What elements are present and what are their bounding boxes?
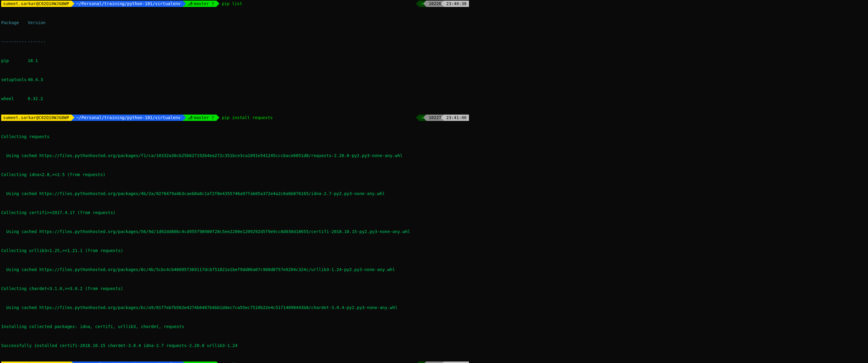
output-line: Using cached https://files.pythonhosted.… bbox=[1, 153, 469, 159]
terminal-window[interactable]: sumeet.sarkar@C02Q10WJG8WP ~/Personal/tr… bbox=[0, 0, 470, 363]
timestamp: 23:40:38 bbox=[444, 1, 469, 7]
output-line: Successfully installed certifi-2018.10.1… bbox=[1, 342, 469, 349]
column-header-package: Package bbox=[1, 20, 28, 26]
output-line: Using cached https://files.pythonhosted.… bbox=[1, 267, 469, 273]
path-segment: ~/Personal/training/python-101/virtualen… bbox=[71, 362, 183, 363]
timestamp: 23:42:13 bbox=[444, 362, 469, 363]
prompt-line: sumeet.sarkar@C02Q10WJG8WP ~/Personal/tr… bbox=[1, 115, 469, 121]
package-name: setuptools bbox=[1, 77, 28, 83]
output-line: Using cached https://files.pythonhosted.… bbox=[1, 190, 469, 197]
command-text: pip list bbox=[222, 362, 242, 363]
package-version: 18.1 bbox=[28, 58, 38, 64]
package-name: pip bbox=[1, 58, 28, 64]
divider: ---------- bbox=[1, 38, 28, 45]
git-branch-text: master ? bbox=[194, 362, 214, 363]
table-row: wheel0.32.2 bbox=[1, 96, 469, 102]
package-version: 0.32.2 bbox=[28, 96, 43, 102]
output-line: Using cached https://files.pythonhosted.… bbox=[1, 304, 469, 311]
right-status: ✓ 10226 23:40:38 bbox=[419, 1, 469, 7]
git-branch-icon: ⎇ bbox=[188, 1, 193, 7]
output-line: Collecting requests bbox=[1, 133, 469, 140]
path-segment: ~/Personal/training/python-101/virtualen… bbox=[71, 115, 183, 121]
output-line: Collecting chardet<3.1.0,>=3.0.2 (from r… bbox=[1, 285, 469, 292]
command-text: pip install requests bbox=[222, 115, 273, 121]
table-row: setuptools40.4.3 bbox=[1, 77, 469, 83]
output-line: Collecting certifi>=2017.4.17 (from requ… bbox=[1, 210, 469, 216]
package-name: wheel bbox=[1, 96, 28, 102]
table-row: pip18.1 bbox=[1, 58, 469, 64]
prompt-line: sumeet.sarkar@C02Q10WJG8WP ~/Personal/tr… bbox=[1, 362, 469, 363]
git-segment: ⎇master ? bbox=[183, 1, 216, 7]
pip-list-output: PackageVersion ----------------- pip18.1… bbox=[1, 7, 469, 115]
git-branch-icon: ⎇ bbox=[188, 362, 193, 363]
pip-install-output: Collecting requests Using cached https:/… bbox=[1, 121, 469, 362]
user-host-segment: sumeet.sarkar@C02Q10WJG8WP bbox=[1, 1, 71, 7]
right-status: ✓ 10227 23:41:00 bbox=[419, 115, 469, 121]
user-host-segment: sumeet.sarkar@C02Q10WJG8WP bbox=[1, 115, 71, 121]
column-header-version: Version bbox=[28, 20, 45, 26]
timestamp: 23:41:00 bbox=[444, 115, 469, 121]
output-line: Installing collected packages: idna, cer… bbox=[1, 324, 469, 330]
command-text: pip list bbox=[222, 1, 242, 7]
git-segment: ⎇master ? bbox=[183, 115, 216, 121]
output-line: Collecting urllib3<1.25,>=1.21.1 (from r… bbox=[1, 247, 469, 254]
package-version: 40.4.3 bbox=[28, 77, 43, 83]
prompt-line: sumeet.sarkar@C02Q10WJG8WP ~/Personal/tr… bbox=[1, 1, 469, 7]
output-line: Collecting idna<2.8,>=2.5 (from requests… bbox=[1, 172, 469, 178]
user-host-segment: sumeet.sarkar@C02Q10WJG8WP bbox=[1, 362, 71, 363]
path-segment: ~/Personal/training/python-101/virtualen… bbox=[71, 1, 183, 7]
git-branch-text: master ? bbox=[194, 1, 214, 7]
git-branch-text: master ? bbox=[194, 115, 214, 121]
output-line: Using cached https://files.pythonhosted.… bbox=[1, 229, 469, 235]
git-segment: ⎇master ? bbox=[183, 362, 216, 363]
git-branch-icon: ⎇ bbox=[188, 115, 193, 121]
divider: ------- bbox=[28, 38, 45, 45]
right-status: ✓ 10228 23:42:13 bbox=[419, 362, 469, 363]
